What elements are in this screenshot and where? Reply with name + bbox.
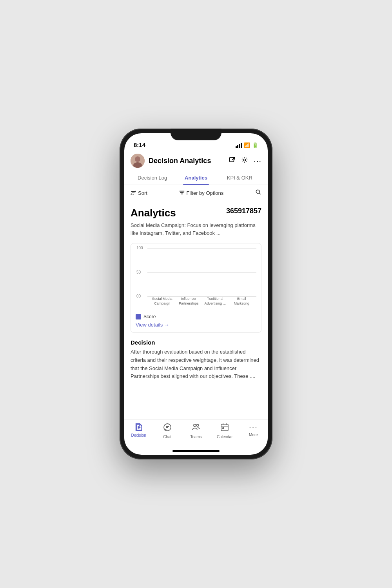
nav-calendar-label: Calendar bbox=[217, 435, 233, 439]
status-time: 8:14 bbox=[134, 142, 145, 148]
chart-legend: Score bbox=[136, 314, 256, 319]
nav-more-label: More bbox=[249, 433, 258, 437]
avatar bbox=[131, 154, 145, 168]
sort-button[interactable]: Sort bbox=[131, 190, 147, 196]
header-icons: ··· bbox=[229, 156, 261, 165]
bottom-nav: Decision Chat bbox=[124, 419, 268, 447]
battery-icon: 🔋 bbox=[252, 142, 258, 148]
x-label-email: EmailMarketing bbox=[229, 297, 255, 306]
chart-area: 100 50 00 bbox=[136, 248, 256, 311]
nav-chat[interactable]: Chat bbox=[153, 423, 181, 439]
decision-nav-icon bbox=[134, 423, 143, 432]
more-nav-icon: ··· bbox=[249, 423, 258, 432]
notch bbox=[171, 129, 221, 140]
x-label-influencer: InfluencerPartnerships bbox=[176, 297, 202, 306]
tab-bar: Decision Log Analytics KPI & OKR bbox=[124, 171, 268, 185]
analytics-description: Social Media Campaign: Focus on leveragi… bbox=[131, 221, 261, 237]
svg-rect-3 bbox=[230, 157, 234, 162]
main-content: Analytics 365917857 Social Media Campaig… bbox=[124, 201, 268, 419]
chat-nav-icon bbox=[163, 423, 172, 434]
calendar-nav-icon bbox=[220, 423, 229, 434]
svg-rect-10 bbox=[223, 428, 224, 429]
phone-screen: 8:14 📶 🔋 Decision A bbox=[124, 133, 268, 455]
toolbar: Sort Filter by Options bbox=[124, 185, 268, 201]
y-label-50: 50 bbox=[136, 270, 141, 274]
tab-kpi-okr[interactable]: KPI & OKR bbox=[218, 171, 261, 185]
app-header: Decision Analytics ··· bbox=[124, 151, 268, 171]
home-bar bbox=[172, 450, 220, 452]
nav-teams[interactable]: Teams bbox=[181, 423, 210, 439]
more-options-icon[interactable]: ··· bbox=[254, 156, 261, 165]
filter-label: Filter by Options bbox=[187, 190, 224, 196]
svg-point-4 bbox=[244, 159, 246, 161]
nav-teams-label: Teams bbox=[190, 435, 201, 439]
app-title: Decision Analytics bbox=[149, 157, 225, 165]
nav-decision[interactable]: Decision bbox=[124, 423, 153, 439]
decision-text: After thorough evaluation based on the e… bbox=[131, 348, 261, 381]
chart-container: 100 50 00 bbox=[131, 243, 261, 333]
svg-point-7 bbox=[194, 424, 196, 426]
x-label-traditional: TraditionalAdvertising ... bbox=[202, 297, 229, 306]
view-details-link[interactable]: View details → bbox=[136, 322, 256, 328]
teams-nav-icon bbox=[191, 423, 201, 434]
sort-label: Sort bbox=[138, 190, 147, 196]
decision-section: Decision After thorough evaluation based… bbox=[131, 339, 261, 381]
settings-icon[interactable] bbox=[241, 156, 248, 165]
phone-frame: 8:14 📶 🔋 Decision A bbox=[120, 129, 272, 459]
decision-title: Decision bbox=[131, 339, 261, 346]
wifi-icon: 📶 bbox=[244, 142, 250, 148]
nav-more[interactable]: ··· More bbox=[239, 423, 268, 439]
signal-icon bbox=[236, 143, 242, 148]
analytics-section-title: Analytics bbox=[131, 207, 176, 219]
status-icons: 📶 🔋 bbox=[236, 142, 259, 148]
nav-decision-label: Decision bbox=[131, 433, 146, 437]
x-label-social: Social MediaCampaign bbox=[149, 297, 176, 306]
legend-label: Score bbox=[143, 314, 156, 319]
nav-calendar[interactable]: Calendar bbox=[211, 423, 239, 439]
y-label-00: 00 bbox=[136, 294, 141, 298]
nav-chat-label: Chat bbox=[163, 435, 171, 439]
y-label-100: 100 bbox=[136, 246, 143, 250]
legend-dot bbox=[136, 314, 141, 319]
search-button[interactable] bbox=[255, 189, 261, 197]
tab-analytics[interactable]: Analytics bbox=[174, 171, 218, 185]
analytics-number: 365917857 bbox=[226, 207, 261, 215]
external-link-icon[interactable] bbox=[229, 156, 236, 165]
tab-decision-log[interactable]: Decision Log bbox=[131, 171, 174, 185]
home-indicator bbox=[124, 447, 268, 455]
svg-point-8 bbox=[197, 425, 199, 426]
filter-button[interactable]: Filter by Options bbox=[179, 190, 224, 196]
svg-point-1 bbox=[135, 156, 140, 162]
svg-point-5 bbox=[256, 190, 260, 193]
analytics-header: Analytics 365917857 bbox=[131, 207, 261, 219]
svg-rect-9 bbox=[221, 424, 228, 431]
